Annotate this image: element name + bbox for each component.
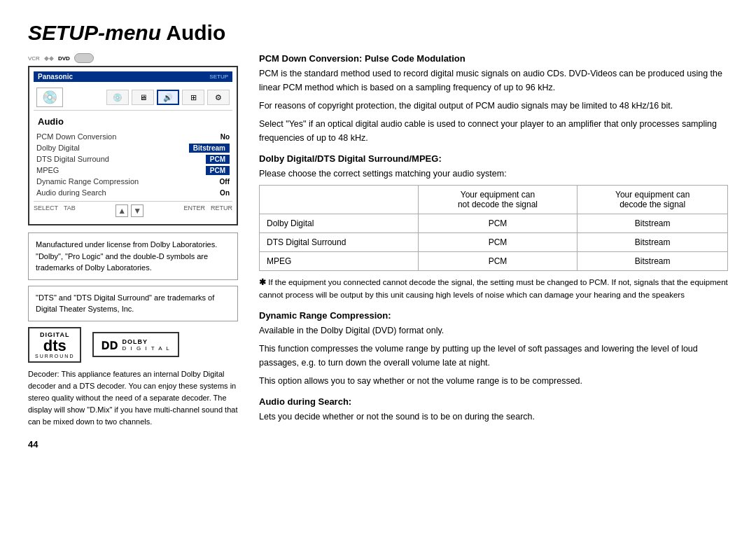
icon-audio-active[interactable]: 🔊	[157, 90, 179, 105]
table-row: DTS Digital Surround PCM	[34, 153, 232, 165]
page-title: SETUP-menu Audio	[28, 21, 728, 45]
cell-mpeg-label: MPEG	[260, 252, 419, 271]
menu-table: PCM Down Conversion No Dolby Digital Bit…	[34, 131, 232, 198]
cell-dts-no-decode: PCM	[418, 233, 578, 252]
dts-logo: DIGITAL dts SURROUND	[28, 327, 81, 363]
row-label: PCM Down Conversion	[34, 131, 173, 142]
dynamic-para-2: This function compresses the volume rang…	[259, 342, 728, 370]
dynamic-range-heading-text: Dynamic Range Compression:	[259, 310, 391, 321]
dvd-label: DVD	[58, 55, 70, 62]
nav-enter-label: ENTER	[183, 204, 205, 217]
col-header-no-decode: Your equipment cannot decode the signal	[418, 186, 578, 214]
row-value: Off	[173, 176, 232, 187]
row-value: PCM	[173, 165, 232, 176]
row-value: PCM	[173, 153, 232, 165]
title-setup: SETUP-menu	[28, 21, 161, 44]
icon-disc[interactable]: 💿	[106, 90, 129, 105]
title-audio: Audio	[161, 21, 225, 44]
col-header-empty	[260, 186, 419, 214]
cell-dts-decode: Bitstream	[578, 233, 728, 252]
icon-row: 💿 💿 🖥 🔊 ⊞ ⚙	[34, 85, 232, 111]
asterisk-note: ✱ If the equipment you connected cannot …	[259, 277, 728, 302]
table-header-row: Your equipment cannot decode the signal …	[260, 186, 728, 214]
dynamic-range-heading: Dynamic Range Compression:	[259, 310, 728, 321]
dts-logo-main: dts	[35, 338, 74, 354]
dolby-dts-intro: Please choose the correct settings match…	[259, 167, 728, 181]
brand-name: Panasonic	[38, 73, 73, 81]
dolby-dts-heading: Dolby Digital/DTS Digital Surround/MPEG:	[259, 153, 728, 164]
dolby-dts-heading-text: Dolby Digital/DTS Digital Surround/MPEG:	[259, 153, 442, 164]
audio-capability-table: Your equipment cannot decode the signal …	[259, 185, 728, 271]
audio-search-text: Lets you decide whether or not the sound…	[259, 410, 728, 424]
pcm-heading-bold: PCM Down Conversion:	[259, 53, 362, 64]
dolby-logo: ᴅᴅ DOLBY D I G I T A L	[92, 332, 178, 357]
table-row: Audio during Search On	[34, 187, 232, 198]
decoder-text: Decoder: This appliance features an inte…	[28, 368, 238, 428]
cell-mpeg-no-decode: PCM	[418, 252, 578, 271]
table-row: MPEG PCM	[34, 165, 232, 176]
table-row: PCM Down Conversion No	[34, 131, 232, 142]
pcm-heading-rest: Pulse Code Modulation	[362, 53, 465, 64]
dolby-logo-label: DOLBY	[122, 338, 170, 345]
dts-logo-sub: SURROUND	[35, 354, 74, 359]
audio-section-label: Audio	[34, 115, 232, 128]
audio-search-heading: Audio during Search:	[259, 396, 728, 407]
dts-notice-text: "DTS" and "DTS Digital Surround" are tra…	[36, 293, 214, 314]
nav-return-label: RETUR	[211, 204, 232, 217]
nav-right: ENTER RETUR	[183, 204, 232, 217]
nav-down-btn[interactable]: ▼	[131, 204, 144, 217]
setup-menu-box: Panasonic SETUP 💿 💿 🖥 🔊 ⊞ ⚙ Aud	[28, 66, 238, 225]
pcm-para-1: PCM is the standard method used to recor…	[259, 67, 728, 95]
dts-notice: "DTS" and "DTS Digital Surround" are tra…	[28, 286, 238, 321]
vcr-dvd-indicator: VCR ◆◆ DVD	[28, 53, 238, 63]
dolby-logo-sub: D I G I T A L	[122, 345, 170, 352]
setup-label: SETUP	[209, 74, 228, 80]
cell-dts-label: DTS Digital Surround	[260, 233, 419, 252]
icon-grid[interactable]: ⊞	[182, 90, 204, 105]
row-label: Audio during Search	[34, 187, 173, 198]
cell-dolby-no-decode: PCM	[418, 214, 578, 233]
dynamic-para-3: This option allows you to say whether or…	[259, 374, 728, 388]
row-value: On	[173, 187, 232, 198]
dolby-notice: Manufactured under license from Dolby La…	[28, 232, 238, 280]
dynamic-para-1: Available in the Dolby Digital (DVD) for…	[259, 324, 728, 338]
row-label: Dolby Digital	[34, 142, 173, 153]
row-label: MPEG	[34, 165, 173, 176]
cell-dolby-label: Dolby Digital	[260, 214, 419, 233]
right-column: PCM Down Conversion: Pulse Code Modulati…	[259, 53, 728, 428]
pcm-para-2: For reasons of copyright protection, the…	[259, 99, 728, 113]
main-layout: VCR ◆◆ DVD Panasonic SETUP 💿 💿 🖥	[28, 53, 728, 450]
vcr-dvd-toggle[interactable]	[74, 53, 94, 63]
nav-up-btn[interactable]: ▲	[115, 204, 128, 217]
icon-settings[interactable]: ⚙	[207, 90, 230, 105]
table-row: Dolby Digital Bitstream	[34, 142, 232, 153]
dolby-notice-text: Manufactured under license from Dolby La…	[36, 240, 217, 272]
left-column: VCR ◆◆ DVD Panasonic SETUP 💿 💿 🖥	[28, 53, 238, 450]
vcr-label: VCR	[28, 55, 40, 62]
nav-left: SELECT TAB	[34, 204, 76, 217]
table-row: Dolby Digital PCM Bitstream	[260, 214, 728, 233]
disc-icon: 💿	[36, 88, 63, 107]
asterisk-note-text: If the equipment you connected cannot de…	[259, 278, 728, 299]
nav-select-label: SELECT	[34, 204, 58, 217]
page-number: 44	[28, 439, 238, 450]
panasonic-bar: Panasonic SETUP	[34, 71, 232, 82]
row-value: No	[173, 131, 232, 142]
row-label: Dynamic Range Compression	[34, 176, 173, 187]
nav-tab-label: TAB	[64, 204, 76, 217]
table-row: Dynamic Range Compression Off	[34, 176, 232, 187]
nav-controls: SELECT TAB ▲ ▼ ENTER RETUR	[34, 201, 232, 220]
row-label: DTS Digital Surround	[34, 153, 173, 165]
table-row: MPEG PCM Bitstream	[260, 252, 728, 271]
dolby-double-d-icon: ᴅᴅ	[101, 336, 118, 353]
audio-search-heading-text: Audio during Search:	[259, 396, 351, 407]
pcm-para-3: Select "Yes" if an optical digital audio…	[259, 117, 728, 145]
nav-arrows: ▲ ▼	[115, 204, 144, 217]
row-value: Bitstream	[173, 142, 232, 153]
col-header-decode: Your equipment candecode the signal	[578, 186, 728, 214]
logos-row: DIGITAL dts SURROUND ᴅᴅ DOLBY D I G I T …	[28, 327, 238, 363]
table-row: DTS Digital Surround PCM Bitstream	[260, 233, 728, 252]
pcm-heading: PCM Down Conversion: Pulse Code Modulati…	[259, 53, 728, 64]
cell-dolby-decode: Bitstream	[578, 214, 728, 233]
icon-screen[interactable]: 🖥	[132, 90, 154, 105]
